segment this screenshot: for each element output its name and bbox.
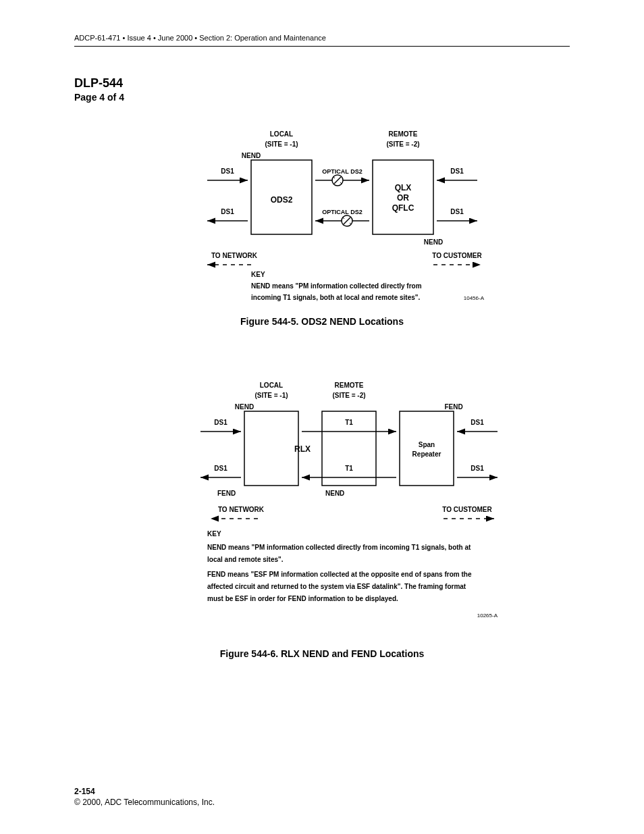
header-text: ADCP-61-471 • Issue 4 • June 2000 • Sect… xyxy=(74,34,570,47)
svg-text:10456-A: 10456-A xyxy=(464,295,485,301)
svg-text:ODS2: ODS2 xyxy=(271,195,293,205)
svg-line-26 xyxy=(344,217,350,224)
svg-line-20 xyxy=(333,177,335,178)
diagram-544-5: LOCAL (SITE = -1) REMOTE (SITE = -2) NEN… xyxy=(133,123,511,305)
svg-text:(SITE = -2): (SITE = -2) xyxy=(386,140,419,148)
svg-text:affected circuit and returned : affected circuit and returned to the sys… xyxy=(207,583,466,590)
svg-text:NEND means "PM information col: NEND means "PM information collected dir… xyxy=(207,544,471,551)
svg-text:local and remote sites".: local and remote sites". xyxy=(207,556,284,563)
svg-text:DS1: DS1 xyxy=(221,208,234,215)
footer: 2-154 © 2000, ADC Telecommunications, In… xyxy=(74,787,215,807)
svg-text:DS1: DS1 xyxy=(450,167,464,175)
svg-text:Repeater: Repeater xyxy=(412,450,441,458)
svg-line-27 xyxy=(343,217,344,219)
svg-line-19 xyxy=(334,177,341,184)
svg-text:OPTICAL DS2: OPTICAL DS2 xyxy=(322,209,362,215)
svg-text:T1: T1 xyxy=(345,419,353,426)
svg-text:Span: Span xyxy=(419,441,435,448)
svg-text:T1: T1 xyxy=(345,465,353,472)
svg-text:KEY: KEY xyxy=(207,530,221,538)
svg-text:LOCAL: LOCAL xyxy=(270,130,293,138)
svg-text:incoming T1 signals, both at l: incoming T1 signals, both at local and r… xyxy=(251,294,421,301)
svg-text:NEND means "PM information col: NEND means "PM information collected dir… xyxy=(251,282,422,290)
page: ADCP-61-471 • Issue 4 • June 2000 • Sect… xyxy=(0,0,644,834)
figure-caption-1: Figure 544-5. ODS2 NEND Locations xyxy=(240,316,404,327)
svg-text:TO NETWORK: TO NETWORK xyxy=(211,252,258,259)
svg-text:(SITE = -2): (SITE = -2) xyxy=(332,392,365,399)
svg-text:NEND: NEND xyxy=(235,403,254,411)
svg-text:DS1: DS1 xyxy=(214,465,227,472)
page-number: 2-154 xyxy=(74,787,215,796)
svg-text:DS1: DS1 xyxy=(471,465,484,472)
dlp-page: Page 4 of 4 xyxy=(74,92,570,103)
diagram-544-6: LOCAL (SITE = -1) REMOTE (SITE = -2) NEN… xyxy=(133,374,511,637)
svg-text:REMOTE: REMOTE xyxy=(335,382,364,389)
svg-text:FEND: FEND xyxy=(444,403,462,411)
svg-text:TO CUSTOMER: TO CUSTOMER xyxy=(442,506,492,513)
svg-text:NEND: NEND xyxy=(325,490,344,497)
svg-text:QLX: QLX xyxy=(395,183,412,192)
dlp-title: DLP-544 xyxy=(74,76,570,90)
svg-text:REMOTE: REMOTE xyxy=(389,130,418,138)
svg-text:must be ESF in order for FEND : must be ESF in order for FEND informatio… xyxy=(207,595,398,602)
svg-text:RLX: RLX xyxy=(294,444,311,454)
figure-caption-2: Figure 544-6. RLX NEND and FEND Location… xyxy=(220,648,425,659)
svg-text:NEND: NEND xyxy=(424,238,443,246)
svg-rect-42 xyxy=(244,411,298,486)
copyright: © 2000, ADC Telecommunications, Inc. xyxy=(74,798,215,807)
svg-text:TO CUSTOMER: TO CUSTOMER xyxy=(432,252,482,259)
svg-text:(SITE = -1): (SITE = -1) xyxy=(254,392,288,399)
svg-line-28 xyxy=(350,223,351,224)
svg-text:KEY: KEY xyxy=(251,271,265,278)
svg-text:(SITE = -1): (SITE = -1) xyxy=(265,140,298,148)
svg-text:10265-A: 10265-A xyxy=(477,613,498,619)
svg-text:LOCAL: LOCAL xyxy=(260,382,283,389)
figure-544-5: LOCAL (SITE = -1) REMOTE (SITE = -2) NEN… xyxy=(74,123,570,374)
svg-text:FEND: FEND xyxy=(217,490,236,497)
svg-text:DS1: DS1 xyxy=(221,167,234,175)
svg-rect-44 xyxy=(400,411,454,486)
figure-544-6: LOCAL (SITE = -1) REMOTE (SITE = -2) NEN… xyxy=(74,374,570,659)
svg-text:OR: OR xyxy=(397,193,409,203)
svg-text:DS1: DS1 xyxy=(471,419,484,426)
svg-text:OPTICAL DS2: OPTICAL DS2 xyxy=(322,168,362,175)
svg-text:FEND means "ESF PM information: FEND means "ESF PM information collected… xyxy=(207,571,472,578)
svg-text:NEND: NEND xyxy=(242,152,261,159)
svg-text:QFLC: QFLC xyxy=(392,203,414,213)
svg-text:DS1: DS1 xyxy=(450,208,464,215)
svg-line-21 xyxy=(340,182,342,184)
svg-text:TO NETWORK: TO NETWORK xyxy=(218,506,265,513)
svg-text:DS1: DS1 xyxy=(214,419,227,426)
